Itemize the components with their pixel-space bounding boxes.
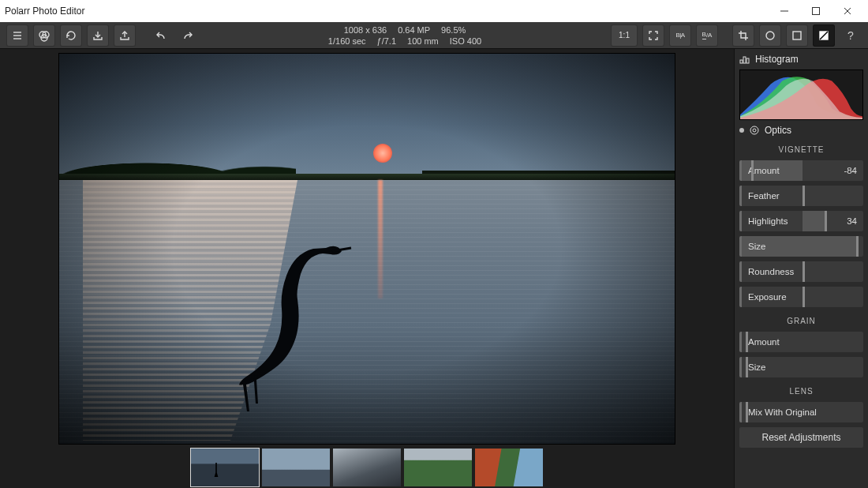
histogram-header[interactable]: Histogram [739,54,863,65]
slider-vignette-exposure[interactable]: Exposure [739,287,863,307]
svg-rect-19 [746,58,749,63]
reset-adjustments-button[interactable]: Reset Adjustments [739,427,863,448]
meta-dimensions: 1008 x 636 [344,25,387,35]
active-section-indicator-icon [739,128,744,133]
svg-rect-13 [793,32,801,39]
slider-vignette-highlights[interactable]: Highlights 34 [739,211,863,231]
filters-button[interactable] [33,24,55,47]
window-title: Polarr Photo Editor [5,6,769,17]
meta-zoom: 96.5% [441,25,466,35]
filmstrip-thumb[interactable] [262,449,330,486]
meta-megapixels: 0.64 MP [398,25,430,35]
meta-aperture: ƒ/7.1 [377,36,396,46]
histogram-display [739,69,863,120]
optics-header[interactable]: Optics [739,125,863,136]
section-label-lens: LENS [739,387,863,396]
heron-silhouette [239,243,365,441]
effects-tool-button[interactable] [813,24,835,47]
menu-button[interactable] [6,24,28,47]
section-label-vignette: VIGNETTE [739,145,863,154]
window-maximize-button[interactable] [800,0,832,22]
filmstrip [191,449,543,486]
zoom-1to1-button[interactable]: 1:1 [611,24,638,47]
workspace [0,49,734,488]
redo-button[interactable] [177,24,199,47]
slider-grain-size[interactable]: Size [739,357,863,377]
optics-icon [749,125,760,136]
image-metadata: 1008 x 636 0.64 MP 96.5% 1/160 sec ƒ/7.1… [328,25,481,46]
filmstrip-thumb[interactable] [475,449,543,486]
fullscreen-button[interactable] [642,24,664,47]
slider-grain-amount[interactable]: Amount [739,332,863,352]
svg-point-21 [753,129,756,132]
slider-vignette-roundness[interactable]: Roundness [739,261,863,282]
download-button[interactable] [87,24,109,47]
window-titlebar: Polarr Photo Editor [0,0,868,22]
slider-vignette-amount[interactable]: Amount -84 [739,160,863,181]
slider-vignette-feather[interactable]: Feather [739,186,863,206]
histogram-icon [739,54,750,64]
slider-vignette-size[interactable]: Size [739,236,863,257]
frame-tool-button[interactable] [786,24,808,47]
compare-horizontal-button[interactable]: B|A [669,24,691,47]
svg-point-12 [766,32,774,39]
crop-tool-button[interactable] [732,24,754,47]
optics-label: Optics [765,125,791,136]
undo-button[interactable] [150,24,172,47]
image-canvas[interactable] [59,54,675,444]
svg-rect-17 [740,60,743,63]
histogram-label: Histogram [755,54,799,65]
window-minimize-button[interactable] [769,0,800,22]
section-label-grain: GRAIN [739,317,863,325]
slider-lens-mix[interactable]: Mix With Original [739,402,863,422]
share-button[interactable] [114,24,136,47]
sun-icon [373,144,392,163]
svg-point-20 [750,126,758,134]
compare-vertical-button[interactable]: B/A [696,24,718,47]
meta-iso: ISO 400 [450,36,481,46]
adjustments-sidebar: Histogram Optics VIGNETTE Amount -84 Fea… [734,49,868,488]
filmstrip-thumb[interactable] [333,449,401,486]
filmstrip-thumb[interactable] [404,449,472,486]
history-button[interactable] [60,24,82,47]
svg-rect-18 [743,57,746,63]
filmstrip-thumb[interactable] [191,449,259,486]
window-close-button[interactable] [832,0,863,22]
help-button[interactable]: ? [840,24,862,47]
svg-rect-1 [813,8,820,15]
meta-shutter: 1/160 sec [328,36,366,46]
radial-tool-button[interactable] [759,24,781,47]
meta-focal: 100 mm [407,36,439,46]
main-toolbar: 1008 x 636 0.64 MP 96.5% 1/160 sec ƒ/7.1… [0,22,868,49]
